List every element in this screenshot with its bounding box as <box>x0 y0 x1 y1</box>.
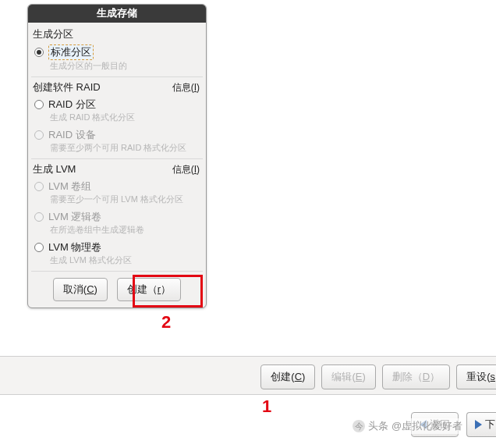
option-label: RAID 设备 <box>48 128 96 142</box>
arrow-right-icon <box>475 420 482 429</box>
dialog-title: 生成存储 <box>28 5 206 23</box>
option-label: 标准分区 <box>48 44 94 60</box>
radio-icon <box>34 182 44 191</box>
toolbar-edit-button: 编辑(E) <box>321 364 375 389</box>
radio-icon <box>34 48 44 57</box>
next-button[interactable]: 下 <box>466 412 496 437</box>
section-create-partition: 生成分区 <box>33 27 73 41</box>
toolbar-create-button[interactable]: 创建(C) <box>260 364 315 389</box>
raid-info-link[interactable]: 信息(I) <box>172 81 200 94</box>
radio-icon <box>34 243 44 252</box>
watermark: 今 头条 @虚拟化爱好者 <box>351 418 464 434</box>
toolbar-delete-button: 删除（D） <box>382 364 450 389</box>
section-create-raid: 创建软件 RAID <box>33 80 101 94</box>
option-label: RAID 分区 <box>48 98 96 112</box>
section-create-lvm: 生成 LVM <box>33 162 76 176</box>
dialog-content: 生成分区 标准分区 生成分区的一般目的 创建软件 RAID 信息(I) RAID… <box>28 23 206 308</box>
annotation-marker-1: 1 <box>262 396 271 417</box>
cancel-button[interactable]: 取消(C) <box>53 278 108 301</box>
option-raid-partition[interactable]: RAID 分区 <box>31 96 203 112</box>
lvm-info-link[interactable]: 信息(I) <box>172 163 200 176</box>
option-desc: 生成 LVM 格式化分区 <box>31 254 203 269</box>
option-desc: 生成 RAID 格式化分区 <box>31 112 203 126</box>
option-lvm-vg: LVM 卷组 <box>31 178 203 194</box>
option-desc: 需要至少两个可用 RAID 格式化分区 <box>31 142 203 157</box>
option-desc: 生成分区的一般目的 <box>31 60 203 75</box>
option-lvm-lv: LVM 逻辑卷 <box>31 208 203 224</box>
watermark-icon: 今 <box>353 420 365 432</box>
option-desc: 在所选卷组中生成逻辑卷 <box>31 224 203 239</box>
radio-icon <box>34 212 44 222</box>
radio-icon <box>34 100 44 109</box>
partition-toolbar: 创建(C) 编辑(E) 删除（D） 重设(s <box>0 356 496 395</box>
watermark-text-2: @虚拟化爱好者 <box>391 419 462 433</box>
create-button[interactable]: 创建（r） <box>117 278 181 301</box>
radio-icon <box>34 130 44 140</box>
option-lvm-pv[interactable]: LVM 物理卷 <box>31 239 203 254</box>
option-label: LVM 物理卷 <box>48 240 101 254</box>
option-label: LVM 逻辑卷 <box>48 210 101 224</box>
option-label: LVM 卷组 <box>48 180 91 194</box>
option-desc: 需要至少一个可用 LVM 格式化分区 <box>31 194 203 208</box>
create-storage-dialog: 生成存储 生成分区 标准分区 生成分区的一般目的 创建软件 RAID 信息(I)… <box>27 4 207 308</box>
option-standard-partition[interactable]: 标准分区 <box>31 43 203 60</box>
option-raid-device: RAID 设备 <box>31 126 203 142</box>
annotation-marker-2: 2 <box>161 312 171 332</box>
watermark-text-1: 头条 <box>368 419 388 433</box>
next-label: 下 <box>485 418 495 432</box>
toolbar-reset-button[interactable]: 重设(s <box>456 364 496 389</box>
